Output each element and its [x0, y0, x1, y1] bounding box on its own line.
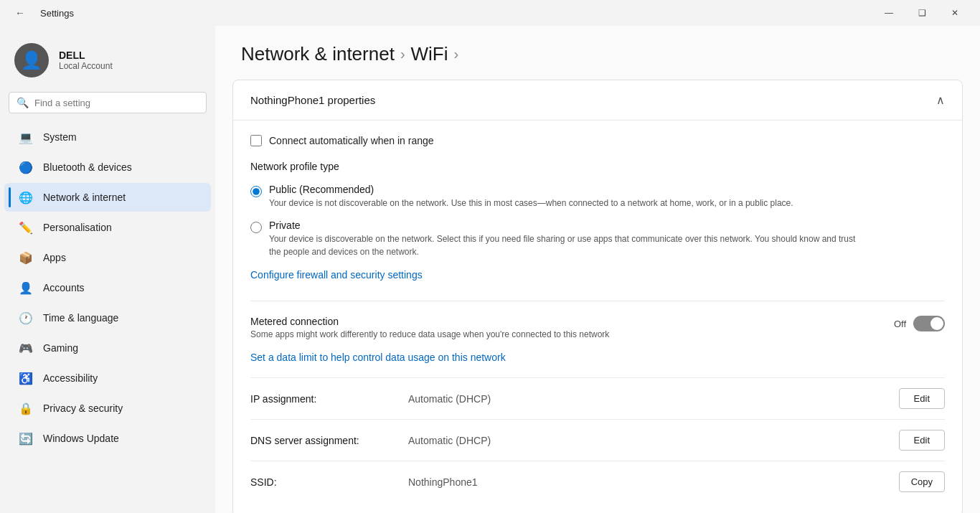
sidebar-label-time: Time & language	[43, 312, 118, 324]
gaming-icon: 🎮	[19, 341, 33, 355]
collapse-button[interactable]: ∧	[936, 93, 945, 107]
ip-assignment-action: Edit	[887, 388, 945, 409]
ssid-label: SSID:	[250, 476, 394, 488]
sidebar-item-apps[interactable]: 📦 Apps	[4, 243, 211, 272]
maximize-button[interactable]: ❑	[905, 1, 938, 24]
ssid-row: SSID: NothingPhone1 Copy	[250, 461, 945, 502]
sidebar-item-privacy[interactable]: 🔒 Privacy & security	[4, 394, 211, 423]
minimize-button[interactable]: —	[872, 1, 905, 24]
metered-title: Metered connection	[250, 316, 609, 327]
private-option-text: Private Your device is discoverable on t…	[269, 220, 857, 258]
connect-auto-checkbox[interactable]	[250, 135, 262, 146]
personalisation-icon: ✏️	[19, 220, 33, 235]
ssid-value: NothingPhone1	[394, 476, 887, 488]
connect-auto-row: Connect automatically when in range	[250, 135, 945, 146]
private-radio[interactable]	[250, 222, 262, 233]
public-option-desc: Your device is not discoverable on the n…	[269, 197, 793, 210]
public-option: Public (Recommended) Your device is not …	[250, 184, 945, 210]
dns-assignment-row: DNS server assignment: Automatic (DHCP) …	[250, 419, 945, 461]
sidebar-item-gaming[interactable]: 🎮 Gaming	[4, 334, 211, 362]
user-name: DELL	[59, 50, 113, 61]
sidebar-label-personalisation: Personalisation	[43, 222, 112, 233]
title-bar: ← Settings — ❑ ✕	[0, 0, 980, 26]
public-option-text: Public (Recommended) Your device is not …	[269, 184, 793, 210]
connect-auto-label[interactable]: Connect automatically when in range	[269, 135, 434, 146]
public-option-title: Public (Recommended)	[269, 184, 793, 195]
public-radio[interactable]	[250, 186, 262, 197]
sidebar: 👤 DELL Local Account 🔍 💻 System 🔵 Blueto…	[0, 26, 215, 513]
privacy-icon: 🔒	[19, 401, 33, 415]
title-bar-controls: — ❑ ✕	[872, 1, 971, 24]
network-profile-label: Network profile type	[250, 161, 945, 172]
sidebar-label-bluetooth: Bluetooth & devices	[43, 161, 132, 173]
title-bar-left: ← Settings	[9, 1, 74, 24]
accessibility-icon: ♿	[19, 371, 33, 385]
network-icon: 🌐	[19, 190, 33, 204]
sidebar-item-system[interactable]: 💻 System	[4, 123, 211, 151]
time-icon: 🕐	[19, 311, 33, 325]
sidebar-item-accessibility[interactable]: ♿ Accessibility	[4, 364, 211, 392]
ssid-action: Copy	[887, 471, 945, 492]
user-role: Local Account	[59, 61, 113, 71]
app-title: Settings	[40, 8, 74, 19]
system-icon: 💻	[19, 130, 33, 144]
sidebar-item-bluetooth[interactable]: 🔵 Bluetooth & devices	[4, 153, 211, 182]
divider-1	[250, 301, 945, 301]
firewall-link[interactable]: Configure firewall and security settings	[250, 269, 423, 281]
sidebar-label-update: Windows Update	[43, 433, 119, 444]
ip-edit-button[interactable]: Edit	[899, 388, 945, 409]
breadcrumb: Network & internet › WiFi ›	[215, 26, 980, 80]
breadcrumb-sep1: ›	[400, 46, 405, 62]
user-info: DELL Local Account	[59, 50, 113, 71]
sidebar-label-apps: Apps	[43, 252, 66, 263]
avatar-icon: 👤	[21, 50, 42, 70]
sidebar-item-accounts[interactable]: 👤 Accounts	[4, 273, 211, 302]
ip-assignment-label: IP assignment:	[250, 393, 394, 405]
breadcrumb-sep2: ›	[454, 46, 459, 62]
search-icon: 🔍	[17, 97, 29, 108]
content-area: NothingPhone1 properties ∧ Connect autom…	[232, 80, 963, 513]
private-option: Private Your device is discoverable on t…	[250, 220, 945, 258]
avatar: 👤	[14, 43, 49, 77]
ip-assignment-value: Automatic (DHCP)	[394, 393, 887, 405]
sidebar-label-network: Network & internet	[43, 192, 126, 203]
app-body: 👤 DELL Local Account 🔍 💻 System 🔵 Blueto…	[0, 26, 980, 513]
metered-toggle-switch[interactable]	[913, 316, 945, 331]
data-limit-link[interactable]: Set a data limit to help control data us…	[250, 352, 506, 363]
bluetooth-icon: 🔵	[19, 160, 33, 174]
sidebar-label-gaming: Gaming	[43, 342, 78, 354]
section-header: NothingPhone1 properties ∧	[233, 80, 962, 121]
metered-info: Metered connection Some apps might work …	[250, 316, 609, 339]
sidebar-label-system: System	[43, 131, 77, 143]
section-title: NothingPhone1 properties	[250, 94, 375, 106]
metered-toggle-area: Off	[894, 316, 945, 331]
sidebar-item-update[interactable]: 🔄 Windows Update	[4, 424, 211, 453]
close-button[interactable]: ✕	[938, 1, 971, 24]
dns-assignment-action: Edit	[887, 430, 945, 451]
apps-icon: 📦	[19, 250, 33, 265]
sidebar-item-time[interactable]: 🕐 Time & language	[4, 303, 211, 332]
search-input[interactable]	[34, 98, 199, 108]
breadcrumb-root[interactable]: Network & internet	[241, 43, 395, 65]
sidebar-label-accounts: Accounts	[43, 282, 85, 293]
metered-desc: Some apps might work differently to redu…	[250, 329, 609, 339]
dns-assignment-value: Automatic (DHCP)	[394, 435, 887, 446]
update-icon: 🔄	[19, 431, 33, 446]
ssid-copy-button[interactable]: Copy	[899, 471, 945, 492]
main-content: Network & internet › WiFi › NothingPhone…	[215, 26, 980, 513]
toggle-knob	[930, 317, 943, 330]
ip-assignment-row: IP assignment: Automatic (DHCP) Edit	[250, 377, 945, 419]
search-box[interactable]: 🔍	[9, 92, 207, 113]
private-option-title: Private	[269, 220, 857, 231]
sidebar-item-network[interactable]: 🌐 Network & internet	[4, 183, 211, 212]
accounts-icon: 👤	[19, 281, 33, 295]
user-section: 👤 DELL Local Account	[0, 32, 215, 92]
section-body: Connect automatically when in range Netw…	[233, 121, 962, 513]
breadcrumb-child[interactable]: WiFi	[411, 43, 448, 65]
sidebar-label-accessibility: Accessibility	[43, 372, 98, 384]
sidebar-item-personalisation[interactable]: ✏️ Personalisation	[4, 213, 211, 242]
metered-connection-row: Metered connection Some apps might work …	[250, 316, 945, 339]
back-button[interactable]: ←	[9, 1, 32, 24]
dns-edit-button[interactable]: Edit	[899, 430, 945, 451]
metered-toggle-label: Off	[894, 319, 906, 329]
